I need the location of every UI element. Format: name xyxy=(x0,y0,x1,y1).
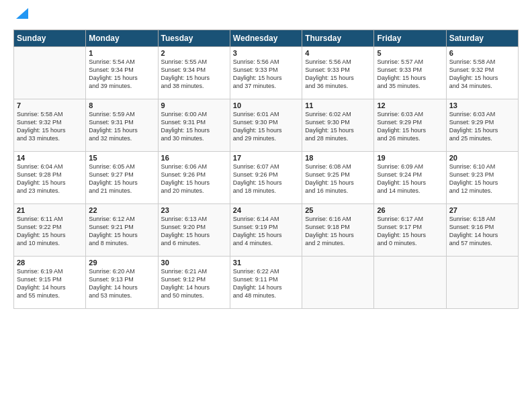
day-number: 11 xyxy=(305,101,371,109)
calendar-cell xyxy=(446,257,518,309)
day-number: 22 xyxy=(89,206,154,214)
day-number: 8 xyxy=(89,101,154,109)
calendar-cell: 7Sunrise: 5:58 AM Sunset: 9:32 PM Daylig… xyxy=(14,99,86,152)
cell-text: Sunrise: 6:21 AM Sunset: 9:12 PM Dayligh… xyxy=(161,267,227,300)
weekday-header-sunday: Sunday xyxy=(14,30,86,47)
day-number: 28 xyxy=(17,259,83,267)
weekday-header-row: SundayMondayTuesdayWednesdayThursdayFrid… xyxy=(14,30,519,47)
cell-text: Sunrise: 6:19 AM Sunset: 9:15 PM Dayligh… xyxy=(17,267,83,300)
calendar-cell: 21Sunrise: 6:11 AM Sunset: 9:22 PM Dayli… xyxy=(14,204,86,257)
week-row-1: 7Sunrise: 5:58 AM Sunset: 9:32 PM Daylig… xyxy=(14,99,519,152)
calendar-cell: 20Sunrise: 6:10 AM Sunset: 9:23 PM Dayli… xyxy=(446,152,518,204)
weekday-header-thursday: Thursday xyxy=(302,30,374,47)
day-number: 26 xyxy=(377,206,443,214)
calendar-cell xyxy=(14,47,86,99)
calendar-cell: 16Sunrise: 6:06 AM Sunset: 9:26 PM Dayli… xyxy=(158,152,230,204)
day-number: 24 xyxy=(233,206,299,214)
day-number: 15 xyxy=(89,154,154,162)
logo-icon xyxy=(16,8,28,21)
day-number: 31 xyxy=(233,259,299,267)
week-row-3: 21Sunrise: 6:11 AM Sunset: 9:22 PM Dayli… xyxy=(14,204,519,257)
weekday-header-wednesday: Wednesday xyxy=(230,30,302,47)
cell-text: Sunrise: 6:03 AM Sunset: 9:29 PM Dayligh… xyxy=(449,110,515,143)
calendar-cell: 23Sunrise: 6:13 AM Sunset: 9:20 PM Dayli… xyxy=(158,204,230,257)
day-number: 7 xyxy=(17,101,83,109)
weekday-header-friday: Friday xyxy=(374,30,446,47)
cell-text: Sunrise: 6:17 AM Sunset: 9:17 PM Dayligh… xyxy=(377,215,443,248)
calendar-cell xyxy=(302,257,374,309)
calendar-cell: 24Sunrise: 6:14 AM Sunset: 9:19 PM Dayli… xyxy=(230,204,302,257)
cell-text: Sunrise: 6:03 AM Sunset: 9:29 PM Dayligh… xyxy=(377,110,443,143)
calendar-cell: 28Sunrise: 6:19 AM Sunset: 9:15 PM Dayli… xyxy=(14,257,86,309)
day-number: 18 xyxy=(305,154,371,162)
weekday-header-saturday: Saturday xyxy=(446,30,518,47)
calendar-cell: 14Sunrise: 6:04 AM Sunset: 9:28 PM Dayli… xyxy=(14,152,86,204)
cell-text: Sunrise: 5:58 AM Sunset: 9:32 PM Dayligh… xyxy=(449,58,515,91)
weekday-header-tuesday: Tuesday xyxy=(158,30,230,47)
calendar-cell: 17Sunrise: 6:07 AM Sunset: 9:26 PM Dayli… xyxy=(230,152,302,204)
cell-text: Sunrise: 6:18 AM Sunset: 9:16 PM Dayligh… xyxy=(449,215,515,248)
day-number: 5 xyxy=(377,49,443,57)
week-row-2: 14Sunrise: 6:04 AM Sunset: 9:28 PM Dayli… xyxy=(14,152,519,204)
cell-text: Sunrise: 5:57 AM Sunset: 9:33 PM Dayligh… xyxy=(377,58,443,91)
calendar-cell: 12Sunrise: 6:03 AM Sunset: 9:29 PM Dayli… xyxy=(374,99,446,152)
calendar-cell: 26Sunrise: 6:17 AM Sunset: 9:17 PM Dayli… xyxy=(374,204,446,257)
day-number: 4 xyxy=(305,49,371,57)
cell-text: Sunrise: 5:55 AM Sunset: 9:34 PM Dayligh… xyxy=(161,58,227,91)
day-number: 13 xyxy=(449,101,515,109)
day-number: 23 xyxy=(161,206,227,214)
cell-text: Sunrise: 6:12 AM Sunset: 9:21 PM Dayligh… xyxy=(89,215,154,248)
calendar-cell: 10Sunrise: 6:01 AM Sunset: 9:30 PM Dayli… xyxy=(230,99,302,152)
cell-text: Sunrise: 6:07 AM Sunset: 9:26 PM Dayligh… xyxy=(233,163,299,195)
cell-text: Sunrise: 6:09 AM Sunset: 9:24 PM Dayligh… xyxy=(377,163,443,195)
day-number: 2 xyxy=(161,49,227,57)
cell-text: Sunrise: 5:56 AM Sunset: 9:33 PM Dayligh… xyxy=(305,58,371,91)
cell-text: Sunrise: 6:13 AM Sunset: 9:20 PM Dayligh… xyxy=(161,215,227,248)
calendar-cell: 31Sunrise: 6:22 AM Sunset: 9:11 PM Dayli… xyxy=(230,257,302,309)
day-number: 12 xyxy=(377,101,443,109)
calendar-cell: 22Sunrise: 6:12 AM Sunset: 9:21 PM Dayli… xyxy=(86,204,158,257)
page: SundayMondayTuesdayWednesdayThursdayFrid… xyxy=(0,0,532,411)
cell-text: Sunrise: 6:20 AM Sunset: 9:13 PM Dayligh… xyxy=(89,267,154,300)
logo xyxy=(13,11,28,21)
day-number: 9 xyxy=(161,101,227,109)
calendar-cell: 8Sunrise: 5:59 AM Sunset: 9:31 PM Daylig… xyxy=(86,99,158,152)
svg-marker-0 xyxy=(16,8,28,19)
header xyxy=(13,11,519,21)
week-row-0: 1Sunrise: 5:54 AM Sunset: 9:34 PM Daylig… xyxy=(14,47,519,99)
day-number: 6 xyxy=(449,49,515,57)
day-number: 27 xyxy=(449,206,515,214)
calendar-cell: 30Sunrise: 6:21 AM Sunset: 9:12 PM Dayli… xyxy=(158,257,230,309)
day-number: 30 xyxy=(161,259,227,267)
cell-text: Sunrise: 6:01 AM Sunset: 9:30 PM Dayligh… xyxy=(233,110,299,143)
calendar-cell: 18Sunrise: 6:08 AM Sunset: 9:25 PM Dayli… xyxy=(302,152,374,204)
calendar-cell: 9Sunrise: 6:00 AM Sunset: 9:31 PM Daylig… xyxy=(158,99,230,152)
day-number: 10 xyxy=(233,101,299,109)
cell-text: Sunrise: 5:59 AM Sunset: 9:31 PM Dayligh… xyxy=(89,110,154,143)
day-number: 1 xyxy=(89,49,154,57)
calendar-cell: 2Sunrise: 5:55 AM Sunset: 9:34 PM Daylig… xyxy=(158,47,230,99)
day-number: 3 xyxy=(233,49,299,57)
calendar-cell: 6Sunrise: 5:58 AM Sunset: 9:32 PM Daylig… xyxy=(446,47,518,99)
day-number: 21 xyxy=(17,206,83,214)
weekday-header-monday: Monday xyxy=(86,30,158,47)
cell-text: Sunrise: 5:58 AM Sunset: 9:32 PM Dayligh… xyxy=(17,110,83,143)
calendar-cell: 4Sunrise: 5:56 AM Sunset: 9:33 PM Daylig… xyxy=(302,47,374,99)
cell-text: Sunrise: 6:04 AM Sunset: 9:28 PM Dayligh… xyxy=(17,163,83,195)
day-number: 20 xyxy=(449,154,515,162)
day-number: 17 xyxy=(233,154,299,162)
day-number: 16 xyxy=(161,154,227,162)
cell-text: Sunrise: 6:22 AM Sunset: 9:11 PM Dayligh… xyxy=(233,267,299,300)
cell-text: Sunrise: 6:06 AM Sunset: 9:26 PM Dayligh… xyxy=(161,163,227,195)
calendar-table: SundayMondayTuesdayWednesdayThursdayFrid… xyxy=(13,30,519,309)
cell-text: Sunrise: 5:54 AM Sunset: 9:34 PM Dayligh… xyxy=(89,58,154,91)
calendar-cell: 11Sunrise: 6:02 AM Sunset: 9:30 PM Dayli… xyxy=(302,99,374,152)
cell-text: Sunrise: 6:08 AM Sunset: 9:25 PM Dayligh… xyxy=(305,163,371,195)
day-number: 14 xyxy=(17,154,83,162)
calendar-cell: 15Sunrise: 6:05 AM Sunset: 9:27 PM Dayli… xyxy=(86,152,158,204)
cell-text: Sunrise: 6:16 AM Sunset: 9:18 PM Dayligh… xyxy=(305,215,371,248)
day-number: 25 xyxy=(305,206,371,214)
calendar-cell: 27Sunrise: 6:18 AM Sunset: 9:16 PM Dayli… xyxy=(446,204,518,257)
cell-text: Sunrise: 6:05 AM Sunset: 9:27 PM Dayligh… xyxy=(89,163,154,195)
calendar-cell xyxy=(374,257,446,309)
